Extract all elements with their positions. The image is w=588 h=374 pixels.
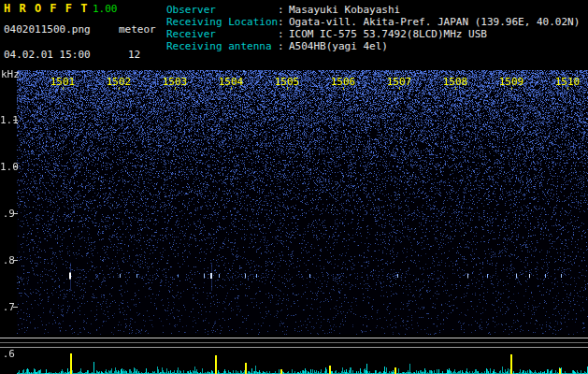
info-value: ICOM IC-575 53.7492(8LCD)MHz USB [289, 28, 487, 40]
freq-tick-label: .6 [0, 348, 15, 360]
output-filename: 0402011500.png [4, 23, 91, 36]
meteor-count: 12 [128, 49, 140, 61]
level-grid-line [0, 347, 588, 348]
info-separator: : [278, 4, 289, 16]
time-tick-mark [287, 87, 288, 90]
level-grid-line [0, 342, 588, 343]
info-row: Observer:Masayuki Kobayashi [166, 4, 580, 16]
info-row: Receiving antenna:A504HB(yagi 4el) [166, 40, 580, 52]
freq-unit-label: kHz [1, 68, 20, 80]
time-tick-mark [231, 87, 232, 90]
info-value: Masayuki Kobayashi [289, 4, 400, 16]
info-separator: : [278, 40, 289, 52]
freq-tick-mark [13, 307, 18, 308]
freq-tick-mark [13, 213, 18, 214]
frame-datetime: 04.02.01 15:00 [4, 49, 91, 61]
freq-tick-mark [13, 260, 18, 261]
app-title: H R O F F T [4, 2, 88, 15]
spectrogram-canvas [17, 70, 588, 335]
freq-tick-mark [13, 166, 18, 167]
info-value: A504HB(yagi 4el) [289, 40, 388, 52]
time-tick-mark [63, 87, 64, 90]
time-tick-mark [511, 87, 512, 90]
time-tick-mark [455, 87, 456, 90]
info-label: Receiver [166, 28, 278, 40]
signal-level-canvas [17, 352, 588, 374]
hrofft-screen: H R O F F T 1.00 0402011500.png meteor 0… [0, 0, 588, 374]
time-tick-mark [175, 87, 176, 90]
station-info: Observer:Masayuki Kobayashi Receiving Lo… [166, 4, 580, 52]
info-label: Observer [166, 4, 278, 16]
time-tick-mark [399, 87, 400, 90]
time-tick-mark [567, 87, 568, 90]
info-row: Receiver:ICOM IC-575 53.7492(8LCD)MHz US… [166, 28, 580, 40]
info-separator: : [278, 28, 289, 40]
mode-label: meteor [119, 23, 156, 36]
info-label: Receiving Location [166, 16, 278, 28]
time-tick-mark [119, 87, 120, 90]
time-tick-mark [343, 87, 344, 90]
info-row: Receiving Location:Ogata-vill. Akita-Pre… [166, 16, 580, 28]
app-version: 1.00 [93, 3, 118, 15]
info-label: Receiving antenna [166, 40, 278, 52]
freq-tick-mark [13, 120, 18, 121]
info-value: Ogata-vill. Akita-Pref. JAPAN (139.96E, … [289, 16, 580, 28]
info-separator: : [278, 16, 289, 28]
level-grid-line [0, 338, 588, 338]
